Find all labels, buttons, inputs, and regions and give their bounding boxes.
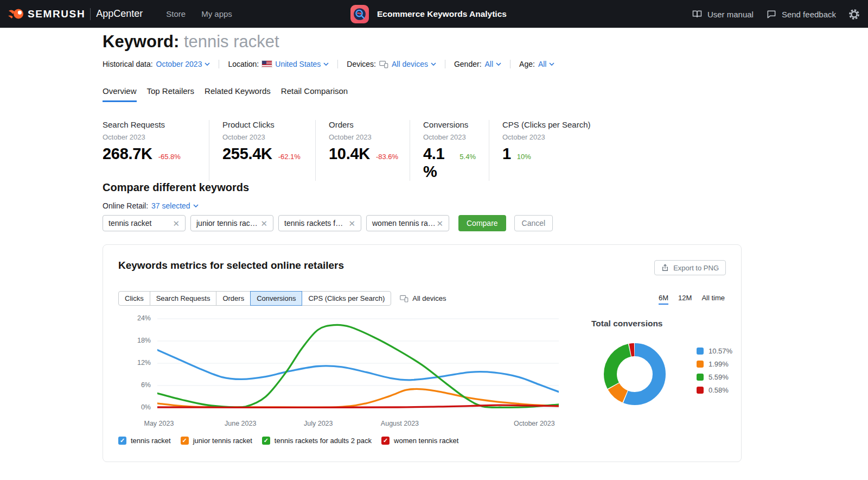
donut-title: Total conversions [591, 319, 663, 329]
legend-value: 1.99% [709, 360, 729, 368]
tab-related-keywords[interactable]: Related Keywords [205, 86, 271, 102]
x-axis-labels: May 2023June 2023July 2023August 2023Oct… [157, 420, 559, 428]
donut-chart-svg [601, 340, 668, 408]
semrush-flame-icon [8, 8, 24, 20]
keyword-input-value: junior tennis rac… [196, 219, 258, 228]
semrush-logo[interactable]: SEMRUSH [8, 8, 85, 20]
metric-product-clicks: Product Clicks October 2023 255.4K-62.1% [209, 120, 302, 181]
appcenter-label[interactable]: AppCenter [96, 8, 143, 20]
checkbox-checked-icon[interactable] [181, 437, 189, 445]
cancel-button[interactable]: Cancel [514, 215, 553, 231]
brand-name: SEMRUSH [28, 8, 85, 20]
series-toggle-tennis-racket[interactable]: tennis racket [118, 437, 171, 445]
devices-icon [400, 295, 409, 302]
page-title: Keyword: tennis racket [103, 33, 279, 51]
page-title-keyword: tennis racket [184, 32, 279, 51]
metric-label: Orders [329, 120, 397, 129]
keyword-magnifier-icon [350, 5, 369, 23]
metric-value: 10.4K [329, 145, 370, 163]
filter-label: Gender: [454, 60, 482, 68]
metric-label: Search Requests [103, 120, 196, 129]
keyword-input[interactable]: junior tennis rac… ✕ [190, 215, 273, 231]
compare-button[interactable]: Compare [458, 215, 506, 231]
donut-legend-item: 0.58% [697, 386, 732, 394]
nav-store[interactable]: Store [166, 9, 186, 18]
app-title: Ecommerce Keywords Analytics [377, 9, 507, 19]
divider [510, 60, 510, 68]
keyword-input-value: women tennis ra… [372, 219, 436, 228]
historical-data-dropdown[interactable]: October 2023 [156, 60, 210, 68]
devices-icon [379, 60, 388, 68]
chart-devices-filter[interactable]: All devices [400, 294, 446, 302]
divider [445, 60, 445, 68]
metric-label: Conversions [423, 120, 476, 129]
checkbox-checked-icon[interactable] [118, 437, 126, 445]
filter-label: Age: [519, 60, 535, 68]
close-icon[interactable]: ✕ [260, 219, 267, 228]
keyword-input[interactable]: tennis racket ✕ [103, 215, 186, 231]
metric-period: October 2023 [329, 133, 397, 141]
filter-value: All [485, 60, 494, 68]
filter-value: United States [275, 60, 321, 68]
page-title-prefix: Keyword: [103, 32, 179, 51]
settings-button[interactable] [848, 9, 860, 20]
age-dropdown[interactable]: All [538, 60, 555, 68]
legend-swatch [697, 348, 704, 355]
tab-top-retailers[interactable]: Top Retailers [147, 86, 195, 102]
user-manual-button[interactable]: User manual [692, 9, 754, 20]
metric-value: 1 [502, 145, 511, 163]
devices-dropdown[interactable]: All devices [392, 60, 436, 68]
chevron-down-icon [496, 62, 501, 66]
legend-swatch [697, 387, 704, 394]
gender-dropdown[interactable]: All [485, 60, 502, 68]
online-retail-dropdown[interactable]: 37 selected [151, 201, 199, 210]
series-label: tennis rackets for adults 2 pack [275, 437, 372, 445]
range-12m[interactable]: 12M [678, 294, 692, 305]
metric-search-requests: Search Requests October 2023 268.7K-65.8… [103, 120, 196, 181]
send-feedback-button[interactable]: Send feedback [766, 9, 836, 20]
export-to-png-button[interactable]: Export to PNG [654, 260, 726, 275]
metric-value: 255.4K [222, 145, 272, 163]
series-label: tennis racket [131, 437, 171, 445]
legend-value: 5.59% [709, 373, 729, 381]
location-dropdown[interactable]: United States [275, 60, 329, 68]
page-tabs: Overview Top Retailers Related Keywords … [103, 86, 348, 102]
range-all-time[interactable]: All time [701, 294, 725, 305]
y-axis-labels: 24%18%12%6%0% [118, 315, 151, 419]
series-label: women tennis racket [394, 437, 458, 445]
chevron-down-icon [549, 62, 554, 66]
metric-tab-conversions[interactable]: Conversions [250, 291, 302, 306]
filter-label: Historical data: [103, 60, 153, 68]
keyword-input[interactable]: tennis rackets f… ✕ [278, 215, 361, 231]
metric-tab-clicks[interactable]: Clicks [118, 291, 150, 306]
close-icon[interactable]: ✕ [436, 219, 443, 228]
metrics-summary: Search Requests October 2023 268.7K-65.8… [103, 120, 591, 181]
metric-tab-orders[interactable]: Orders [216, 291, 251, 306]
chevron-down-icon [323, 62, 329, 66]
close-icon[interactable]: ✕ [348, 219, 355, 228]
metric-tab-search-requests[interactable]: Search Requests [150, 291, 217, 306]
series-toggle-tennis-rackets-adults[interactable]: tennis rackets for adults 2 pack [262, 437, 372, 445]
divider [90, 8, 91, 20]
filter-label: Location: [228, 60, 259, 68]
tab-retail-comparison[interactable]: Retail Comparison [281, 86, 348, 102]
legend-swatch [697, 361, 704, 368]
feedback-bubble-icon [766, 9, 777, 20]
book-icon [692, 9, 703, 20]
tab-overview[interactable]: Overview [103, 86, 137, 102]
checkbox-checked-icon[interactable] [262, 437, 270, 445]
close-icon[interactable]: ✕ [173, 219, 180, 228]
donut-legend-item: 10.57% [697, 347, 732, 355]
chevron-down-icon [193, 204, 199, 207]
chevron-down-icon [205, 62, 210, 66]
checkbox-checked-icon[interactable] [381, 437, 390, 445]
nav-my-apps[interactable]: My apps [201, 9, 232, 18]
range-6m[interactable]: 6M [659, 294, 668, 305]
metric-tab-cps[interactable]: CPS (Clicks per Search) [302, 291, 391, 306]
filter-devices: Devices: All devices [347, 60, 436, 68]
series-toggle-junior-tennis-racket[interactable]: junior tennis racket [181, 437, 252, 445]
filter-gender: Gender: All [454, 60, 501, 68]
filter-label: Devices: [347, 60, 376, 68]
keyword-input[interactable]: women tennis ra… ✕ [366, 215, 449, 231]
series-toggle-women-tennis-racket[interactable]: women tennis racket [381, 437, 458, 445]
